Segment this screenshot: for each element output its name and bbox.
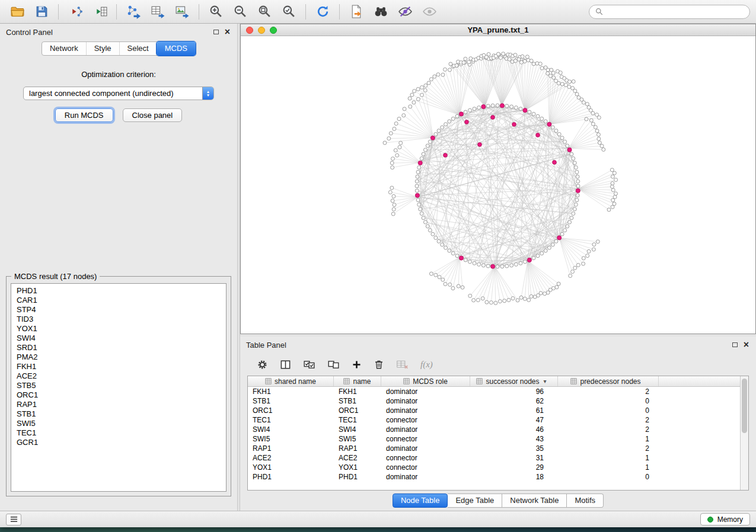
zoom-out-button[interactable]	[229, 2, 251, 21]
chevron-down-icon[interactable]: ▾	[544, 378, 547, 384]
close-window-button[interactable]	[246, 27, 253, 34]
mcds-result-item[interactable]: RAP1	[11, 400, 226, 409]
mcds-result-item[interactable]: SWI4	[11, 334, 226, 343]
tab-mcds[interactable]: MCDS	[157, 41, 196, 56]
mcds-result-item[interactable]: PHD1	[11, 286, 226, 296]
tab-motifs[interactable]: Motifs	[567, 493, 604, 508]
network-titlebar[interactable]: YPA_prune.txt_1	[241, 24, 755, 36]
deselect-all-icon[interactable]	[327, 358, 340, 371]
zoom-selected-button[interactable]	[277, 2, 300, 21]
column-header-predecessor-nodes[interactable]: predecessor nodes	[558, 376, 659, 386]
table-cell: SWI5	[248, 434, 334, 444]
tab-network[interactable]: Network	[42, 42, 86, 55]
mcds-result-item[interactable]: ACE2	[11, 371, 226, 381]
toolbar-search[interactable]	[589, 5, 750, 19]
memory-status-icon	[707, 517, 713, 523]
mcds-result-item[interactable]: ORC1	[11, 390, 226, 400]
mcds-result-list[interactable]: PHD1CAR1STP4TID3YOX1SWI4SRD1PMA2FKH1ACE2…	[11, 283, 227, 492]
tab-network-table[interactable]: Network Table	[502, 493, 567, 508]
save-session-button[interactable]	[30, 2, 53, 21]
run-mcds-button[interactable]: Run MCDS	[55, 108, 113, 122]
show-hide-button[interactable]	[418, 2, 441, 21]
search-input[interactable]	[607, 7, 744, 17]
mcds-result-item[interactable]: PMA2	[11, 352, 226, 362]
import-table-button[interactable]	[88, 2, 111, 21]
status-menu-button[interactable]	[6, 514, 21, 525]
table-row[interactable]: FKH1FKH1dominator962	[248, 387, 740, 396]
export-table-button[interactable]	[146, 2, 169, 21]
minimize-window-button[interactable]	[258, 27, 265, 34]
mcds-result-item[interactable]: TEC1	[11, 428, 226, 438]
column-header-name[interactable]: name	[334, 376, 381, 386]
criterion-dropdown[interactable]: largest connected component (undirected)…	[23, 86, 214, 100]
maximize-window-button[interactable]	[270, 27, 277, 34]
tab-edge-table[interactable]: Edge Table	[448, 493, 502, 508]
table-panel-tabs: Node Table Edge Table Network Table Moti…	[240, 491, 756, 511]
table-row[interactable]: YOX1YOX1connector291	[248, 463, 740, 472]
memory-button[interactable]: Memory	[700, 513, 750, 525]
add-column-icon[interactable]	[352, 360, 362, 370]
close-panel-icon[interactable]: ×	[225, 28, 230, 36]
float-panel-icon[interactable]	[213, 30, 219, 34]
mcds-result-item[interactable]: GCR1	[11, 438, 226, 447]
mcds-result-item[interactable]: STB5	[11, 381, 226, 390]
export-image-button[interactable]	[171, 2, 193, 21]
tab-node-table[interactable]: Node Table	[393, 493, 448, 508]
table-cell: connector	[381, 415, 470, 425]
table-cell: 47	[470, 415, 558, 425]
table-row[interactable]: SWI4SWI4dominator462	[248, 425, 740, 434]
share-document-icon	[349, 4, 364, 19]
mcds-result-item[interactable]: STP4	[11, 305, 226, 315]
mcds-result-item[interactable]: STB1	[11, 409, 226, 419]
scrollbar-thumb[interactable]	[742, 379, 747, 433]
mcds-result-item[interactable]: YOX1	[11, 324, 226, 334]
tab-style[interactable]: Style	[86, 42, 119, 55]
criterion-value: largest connected component (undirected)	[24, 87, 202, 100]
open-file-button[interactable]	[6, 2, 28, 21]
column-header-successor-nodes[interactable]: successor nodes ▾	[470, 376, 558, 386]
mcds-result-item[interactable]: SRD1	[11, 343, 226, 352]
zoom-in-button[interactable]	[205, 2, 227, 21]
delete-table-icon[interactable]	[396, 358, 409, 371]
delete-column-icon[interactable]	[374, 359, 384, 370]
save-floppy-icon	[34, 4, 49, 19]
column-header-shared-name[interactable]: shared name	[248, 376, 334, 386]
table-cell-filler	[659, 396, 740, 406]
import-network-button[interactable]	[64, 2, 87, 21]
search-network-button[interactable]	[369, 2, 392, 21]
float-table-panel-icon[interactable]	[732, 342, 738, 347]
table-row[interactable]: RAP1RAP1dominator352	[248, 444, 740, 453]
refresh-view-button[interactable]	[311, 2, 334, 21]
table-cell: 2	[558, 415, 659, 425]
table-row[interactable]: SWI5SWI5connector431	[248, 434, 740, 444]
mcds-result-item[interactable]: CAR1	[11, 296, 226, 305]
graphics-details-button[interactable]	[394, 2, 416, 21]
close-table-panel-icon[interactable]: ×	[744, 341, 749, 348]
select-all-icon[interactable]	[303, 358, 315, 371]
tab-select[interactable]: Select	[119, 42, 157, 55]
table-header-row: shared name name MCDS role	[248, 376, 740, 387]
show-columns-icon[interactable]	[280, 359, 291, 370]
table-row[interactable]: PHD1PHD1dominator180	[248, 472, 740, 482]
zoom-fit-button[interactable]	[253, 2, 276, 21]
mcds-result-item[interactable]: FKH1	[11, 362, 226, 371]
table-cell: 2	[558, 425, 659, 434]
gear-icon[interactable]	[257, 359, 268, 370]
table-row[interactable]: ORC1ORC1dominator610	[248, 406, 740, 415]
optimization-criterion-label: Optimization criterion:	[0, 70, 237, 79]
mcds-result-item[interactable]: TID3	[11, 315, 226, 324]
mcds-result-item[interactable]: SWI5	[11, 419, 226, 428]
table-panel: Table Panel × f(x)	[240, 336, 756, 511]
dropdown-stepper-icon[interactable]: ▲ ▼	[202, 87, 213, 100]
memory-label: Memory	[717, 515, 743, 524]
close-panel-button[interactable]: Close panel	[123, 108, 183, 122]
table-row[interactable]: ACE2ACE2connector311	[248, 453, 740, 463]
table-row[interactable]: TEC1TEC1connector472	[248, 415, 740, 425]
column-header-mcds-role[interactable]: MCDS role	[381, 376, 470, 386]
network-canvas[interactable]	[241, 36, 755, 334]
table-row[interactable]: STB1STB1dominator620	[248, 396, 740, 406]
export-network-button[interactable]	[122, 2, 145, 21]
share-document-button[interactable]	[345, 2, 368, 21]
table-scrollbar[interactable]	[740, 376, 748, 490]
function-builder-icon[interactable]: f(x)	[420, 360, 433, 370]
